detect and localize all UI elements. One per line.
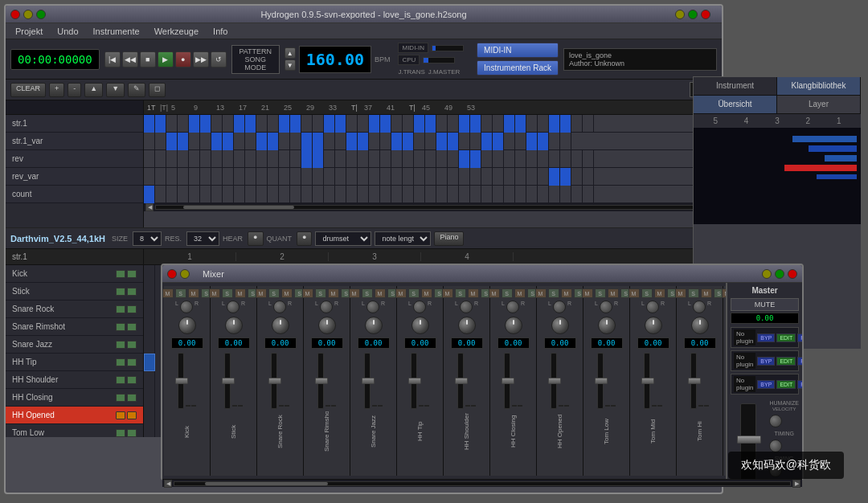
clear-button[interactable]: CLEAR: [10, 83, 46, 97]
song-cell[interactable]: [549, 133, 560, 150]
song-cell[interactable]: [425, 150, 436, 168]
solo-ch-3[interactable]: S: [315, 288, 326, 298]
song-cell[interactable]: [178, 115, 189, 133]
pattern-cell[interactable]: [144, 265, 155, 283]
song-cell[interactable]: [313, 133, 324, 150]
song-cell[interactable]: [166, 186, 178, 203]
song-cell[interactable]: [583, 150, 594, 168]
song-cell[interactable]: [515, 115, 526, 133]
song-cell[interactable]: [211, 115, 223, 133]
mixer-button[interactable]: MIDI-IN: [477, 43, 559, 58]
plugin-byp-2[interactable]: BYP: [757, 357, 775, 366]
song-cell[interactable]: [369, 115, 380, 133]
song-cell[interactable]: [335, 150, 346, 168]
song-cell[interactable]: [178, 150, 189, 168]
song-cell[interactable]: [380, 150, 391, 168]
up-button[interactable]: ▲: [84, 83, 103, 97]
mute2-ch-11[interactable]: M: [701, 288, 712, 298]
bpm-down[interactable]: ▼: [285, 59, 296, 71]
mixer-right-close[interactable]: [788, 269, 797, 279]
song-cell[interactable]: [538, 168, 549, 186]
song-cell[interactable]: [189, 150, 200, 168]
solo-ch-6[interactable]: S: [455, 288, 466, 298]
song-cell[interactable]: [166, 115, 178, 133]
pattern-cell[interactable]: [144, 407, 155, 424]
song-cell[interactable]: [211, 168, 223, 186]
song-cell[interactable]: [414, 133, 425, 150]
song-cell[interactable]: [549, 150, 560, 168]
fader-2[interactable]: [271, 353, 277, 409]
ubersicht-tab[interactable]: Übersicht: [694, 96, 777, 113]
song-cell[interactable]: [459, 115, 470, 133]
song-cell[interactable]: [549, 168, 560, 186]
pan-knob-6[interactable]: [460, 301, 473, 313]
song-cell[interactable]: [538, 133, 549, 150]
song-cell[interactable]: [515, 168, 526, 186]
song-cell[interactable]: [560, 186, 571, 203]
mixer-scroll-track[interactable]: [174, 481, 791, 486]
song-cell[interactable]: [324, 186, 335, 203]
timing-knob[interactable]: [769, 440, 782, 452]
pattern-cell[interactable]: [144, 301, 155, 318]
hhclosing-btn2[interactable]: [127, 394, 137, 402]
mute-ch-3[interactable]: M: [302, 288, 313, 298]
record-button[interactable]: ●: [175, 51, 191, 67]
song-cell[interactable]: [560, 150, 571, 168]
song-cell[interactable]: [403, 133, 414, 150]
song-cell[interactable]: [414, 168, 425, 186]
song-cell[interactable]: [144, 150, 155, 168]
song-cell[interactable]: [313, 115, 324, 133]
plugin-return-3[interactable]: RETURN: [797, 380, 802, 389]
song-cell[interactable]: [166, 168, 178, 186]
solo-ch-9[interactable]: S: [595, 288, 606, 298]
menu-undo[interactable]: Undo: [51, 24, 84, 39]
song-cell[interactable]: [425, 133, 436, 150]
song-cell[interactable]: [155, 133, 166, 150]
fader-5[interactable]: [411, 353, 417, 409]
song-cell[interactable]: [549, 186, 560, 203]
klangbibliothek-tab[interactable]: Klangbibliothek: [777, 77, 861, 95]
song-cell[interactable]: [504, 115, 515, 133]
kick-btn2[interactable]: [127, 270, 137, 278]
song-cell[interactable]: [481, 150, 493, 168]
song-cell[interactable]: [155, 186, 166, 203]
song-cell[interactable]: [313, 168, 324, 186]
plugin-return-1[interactable]: RETURN: [797, 333, 802, 342]
tomlow-btn2[interactable]: [127, 429, 137, 437]
pan-knob-8[interactable]: [553, 301, 566, 313]
song-cell[interactable]: [178, 186, 189, 203]
song-cell[interactable]: [324, 115, 335, 133]
song-cell[interactable]: [358, 150, 369, 168]
song-cell[interactable]: [470, 186, 481, 203]
song-cell[interactable]: [358, 115, 369, 133]
mute-ch-1[interactable]: M: [209, 288, 220, 298]
song-cell[interactable]: [256, 150, 268, 168]
song-cell[interactable]: [391, 186, 403, 203]
song-cell[interactable]: [369, 186, 380, 203]
hhopened-btn2[interactable]: [127, 411, 137, 419]
song-cell[interactable]: [335, 133, 346, 150]
volume-knob-11[interactable]: [691, 317, 709, 334]
volume-knob-5[interactable]: [411, 317, 429, 334]
song-cell[interactable]: [481, 168, 493, 186]
solo-ch-4[interactable]: S: [362, 288, 373, 298]
pattern-cell[interactable]: [144, 283, 155, 301]
mixer-scrollbar[interactable]: ◀ ▶: [162, 479, 802, 487]
song-cell[interactable]: [448, 168, 459, 186]
solo-ch-11[interactable]: S: [688, 288, 699, 298]
song-cell[interactable]: [290, 186, 301, 203]
song-cell[interactable]: [223, 115, 234, 133]
song-cell[interactable]: [200, 150, 211, 168]
song-cell[interactable]: [504, 186, 515, 203]
mute-ch-12[interactable]: M: [722, 288, 727, 298]
mute2-ch-5[interactable]: M: [421, 288, 432, 298]
song-cell[interactable]: [493, 150, 504, 168]
song-cell[interactable]: [436, 115, 448, 133]
master-mute[interactable]: MUTE: [731, 298, 799, 311]
pattern-cell[interactable]: [144, 389, 155, 407]
song-cell[interactable]: [313, 186, 324, 203]
song-cell[interactable]: [313, 150, 324, 168]
song-cell[interactable]: [223, 133, 234, 150]
song-cell[interactable]: [549, 115, 560, 133]
song-cell[interactable]: [380, 115, 391, 133]
